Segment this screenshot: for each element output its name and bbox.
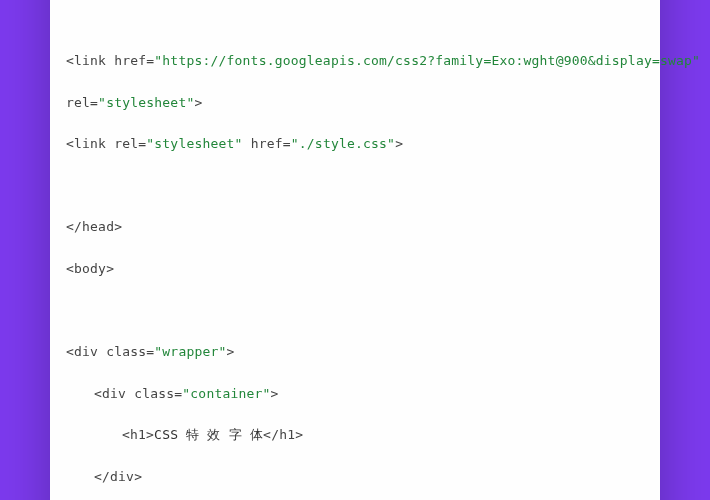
code-token: > <box>227 344 235 359</box>
code-token: <div class= <box>94 386 182 401</box>
code-token: "./style.css" <box>291 136 395 151</box>
code-token: CSS 特 效 字 体 <box>154 427 263 442</box>
code-line: <link rel="stylesheet" href="./style.css… <box>66 134 644 155</box>
code-line: <div class="wrapper"> <box>66 342 644 363</box>
code-token: </div> <box>94 469 142 484</box>
code-line: rel="stylesheet"> <box>66 93 644 114</box>
code-window: <!DOCTYPE html> <html lang="en"> <head> … <box>50 0 660 500</box>
code-line: <h1>CSS 特 效 字 体</h1> <box>66 425 644 446</box>
code-line <box>66 176 644 197</box>
code-line: <link href="https://fonts.googleapis.com… <box>66 51 644 72</box>
code-token <box>66 178 74 193</box>
code-token: <h1> <box>122 427 154 442</box>
code-token: <link rel= <box>66 136 146 151</box>
code-token <box>66 11 74 26</box>
code-token: > <box>395 136 403 151</box>
code-token: "container" <box>182 386 270 401</box>
code-block: <!DOCTYPE html> <html lang="en"> <head> … <box>66 0 644 500</box>
code-line <box>66 9 644 30</box>
code-token: <body> <box>66 261 114 276</box>
code-token: rel= <box>66 95 98 110</box>
code-token: <div class= <box>66 344 154 359</box>
code-line: </div> <box>66 467 644 488</box>
code-token: "wrapper" <box>154 344 226 359</box>
code-token: > <box>271 386 279 401</box>
code-token: </head> <box>66 219 122 234</box>
code-line: <body> <box>66 259 644 280</box>
code-token: </h1> <box>263 427 303 442</box>
code-line: </head> <box>66 217 644 238</box>
code-line: <div class="container"> <box>66 384 644 405</box>
code-token <box>66 303 74 318</box>
code-token: <link href= <box>66 53 154 68</box>
code-line <box>66 301 644 322</box>
code-token: "stylesheet" <box>146 136 242 151</box>
code-token: href= <box>243 136 291 151</box>
code-token: "https://fonts.googleapis.com/css2?famil… <box>154 53 700 68</box>
code-token: > <box>194 95 202 110</box>
code-token: "stylesheet" <box>98 95 194 110</box>
